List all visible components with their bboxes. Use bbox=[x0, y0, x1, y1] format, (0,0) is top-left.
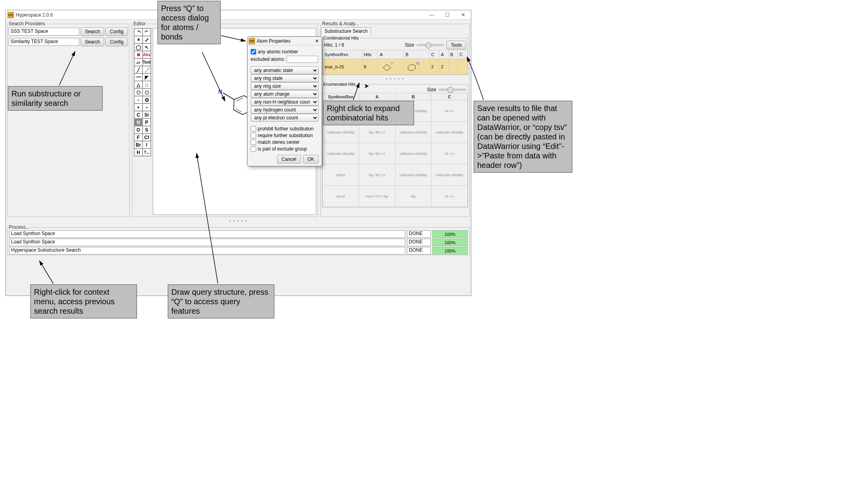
col-a2[interactable]: A bbox=[439, 50, 449, 59]
element-br[interactable]: Br bbox=[134, 141, 142, 149]
enum-size-slider[interactable] bbox=[439, 89, 466, 91]
excluded-atoms-input[interactable] bbox=[287, 56, 318, 63]
tool-ring-3[interactable]: △ bbox=[134, 81, 142, 89]
window-close-button[interactable]: ✕ bbox=[455, 10, 471, 20]
process-row-2[interactable]: Hyperspace Substructure Search DONE 100% bbox=[7, 247, 469, 255]
tool-chain[interactable]: 〰 bbox=[134, 73, 142, 81]
ring-size-select[interactable]: any ring size bbox=[251, 82, 319, 90]
process-row-1[interactable]: Load Synthon Space DONE 100% bbox=[7, 238, 469, 247]
tool-abs[interactable]: Abs bbox=[142, 51, 151, 58]
window-minimize-button[interactable]: — bbox=[424, 10, 439, 20]
tool-clear[interactable]: ✳ bbox=[134, 36, 142, 43]
cell-a-struct: U bbox=[378, 59, 404, 75]
dialog-titlebar[interactable]: HS Atom Properties ✕ bbox=[247, 37, 322, 45]
process-progress-2: 100% bbox=[432, 247, 468, 254]
tool-select[interactable]: ↖ bbox=[142, 43, 151, 51]
tool-redo[interactable] bbox=[142, 28, 151, 36]
col-b2[interactable]: B bbox=[448, 50, 458, 59]
tool-bond-single[interactable]: ╱ bbox=[134, 66, 142, 73]
atom-charge-select[interactable]: any atom charge bbox=[251, 90, 319, 98]
element-si[interactable]: Si bbox=[142, 111, 151, 119]
enum-col-b[interactable]: B bbox=[395, 93, 431, 100]
element-f[interactable]: F bbox=[134, 134, 142, 141]
titlebar[interactable]: HS Hyperspace 2.0.6 — ☐ ✕ bbox=[6, 10, 471, 20]
exclude-group-checkbox[interactable] bbox=[251, 146, 256, 152]
col-c3[interactable]: C bbox=[458, 50, 468, 59]
tool-bond-dashed[interactable]: ⋰ bbox=[142, 66, 151, 73]
prohibit-substitution-checkbox[interactable] bbox=[251, 126, 256, 132]
element-o[interactable]: O bbox=[134, 126, 142, 134]
tool-delete[interactable]: ✖ bbox=[134, 51, 142, 58]
pi-electron-count-select[interactable]: any pi electron count bbox=[251, 114, 319, 122]
enum-row-2[interactable]: unknown chiralityNp / Br / Uunknown chir… bbox=[323, 143, 468, 164]
col-a[interactable]: A bbox=[378, 50, 404, 59]
element-more[interactable]: ?... bbox=[142, 149, 151, 156]
hydrogen-count-select[interactable]: any hydrogen count bbox=[251, 106, 319, 114]
provider-config-button-0[interactable]: Config bbox=[105, 27, 128, 36]
element-n[interactable]: N bbox=[134, 119, 142, 126]
match-stereo-checkbox[interactable] bbox=[251, 139, 256, 145]
dialog-cancel-button[interactable]: Cancel bbox=[277, 155, 300, 164]
tool-ring-6[interactable]: ⬡ bbox=[142, 89, 151, 96]
combo-tools-button[interactable]: Tools bbox=[446, 41, 466, 49]
enum-col-a[interactable]: A bbox=[359, 93, 395, 100]
element-s[interactable]: S bbox=[142, 126, 151, 134]
tool-ring-benzene[interactable]: ⏣ bbox=[142, 96, 151, 104]
tool-charge-plus[interactable]: + bbox=[134, 104, 142, 111]
enum-col-rxn[interactable]: SynthonRxn bbox=[323, 93, 359, 100]
enum-row-3[interactable]: structNp / Br / Uunknown chiralityunknow… bbox=[323, 164, 468, 186]
tool-charge-minus[interactable]: − bbox=[142, 104, 151, 111]
col-b[interactable]: B bbox=[404, 50, 429, 59]
tool-ring-4[interactable]: □ bbox=[142, 81, 151, 89]
provider-search-button-0[interactable]: Search bbox=[81, 27, 104, 36]
splitter-main-process[interactable]: • • • • • bbox=[6, 218, 471, 223]
svg-marker-9 bbox=[383, 64, 391, 71]
any-atomic-number-checkbox[interactable] bbox=[251, 49, 256, 55]
tool-text[interactable]: Text bbox=[142, 58, 151, 66]
callout-press-q: Press “Q” to access dialog for atoms / b… bbox=[157, 1, 221, 44]
tool-erase[interactable]: ▱ bbox=[134, 58, 142, 66]
enum-row-4[interactable]: structH₂N / OH / NpNpN—U bbox=[323, 186, 468, 207]
cell-c2 bbox=[458, 59, 468, 75]
ring-state-select[interactable]: any ring state bbox=[251, 74, 319, 82]
tab-substructure-search[interactable]: Substructure Search bbox=[321, 27, 371, 35]
element-h[interactable]: H bbox=[134, 149, 142, 156]
tool-zoom-fit[interactable]: ⤢ bbox=[142, 36, 151, 43]
require-substitution-checkbox[interactable] bbox=[251, 133, 256, 138]
enum-col-c[interactable]: C bbox=[431, 93, 468, 100]
process-row-0[interactable]: Load Synthon Space DONE 100% bbox=[7, 230, 469, 238]
tool-undo[interactable] bbox=[134, 28, 142, 36]
dialog-ok-button[interactable]: OK bbox=[303, 155, 319, 164]
tool-lasso[interactable]: ◯ bbox=[134, 43, 142, 51]
tool-bond-wedge[interactable]: ◤ bbox=[142, 73, 151, 81]
enumerated-hits-legend: Enumerated Hits bbox=[322, 82, 356, 87]
combinatorial-table[interactable]: SynthonRxn Hits A B C A B C snar_b-25 8 … bbox=[322, 50, 468, 75]
col-hits[interactable]: Hits bbox=[362, 50, 378, 59]
element-c[interactable]: C bbox=[134, 111, 142, 119]
cell-a2: 2 bbox=[439, 59, 449, 75]
callout-draw-query: Draw query structure, press “Q” to acces… bbox=[168, 284, 274, 318]
callout-run-search: Run substructure or similarity search bbox=[8, 86, 103, 111]
editor-legend: Editor bbox=[132, 21, 147, 26]
tool-ring-5[interactable]: ⬠ bbox=[134, 89, 142, 96]
dialog-close-button[interactable]: ✕ bbox=[313, 38, 321, 44]
excluded-atoms-label: excluded atoms: bbox=[251, 56, 285, 62]
combo-size-slider[interactable] bbox=[416, 44, 444, 46]
callout-expand-combo: Right click to expand combinatorial hits bbox=[323, 101, 414, 125]
window-maximize-button[interactable]: ☐ bbox=[439, 10, 455, 20]
col-synthonrxn[interactable]: SynthonRxn bbox=[323, 50, 362, 59]
provider-config-button-1[interactable]: Config bbox=[105, 38, 128, 46]
dialog-title-text: Atom Properties bbox=[257, 38, 291, 44]
app-icon: HS bbox=[7, 12, 14, 18]
atom-properties-dialog[interactable]: HS Atom Properties ✕ any atomic number e… bbox=[247, 36, 322, 166]
element-cl[interactable]: Cl bbox=[142, 134, 151, 141]
combinatorial-row-0[interactable]: snar_b-25 8 U Np 2 2 bbox=[323, 59, 468, 75]
provider-search-button-1[interactable]: Search bbox=[81, 38, 104, 46]
col-c[interactable]: C bbox=[429, 50, 439, 59]
aromatic-state-select[interactable]: any aromatic state bbox=[251, 66, 319, 74]
tool-ring-7[interactable]: ○ bbox=[134, 96, 142, 104]
element-i[interactable]: I bbox=[142, 141, 151, 149]
neighbour-count-select[interactable]: any non-H neighbour count bbox=[251, 98, 319, 106]
splitter-combo-enum[interactable]: • • • • • bbox=[321, 76, 469, 81]
element-p[interactable]: P bbox=[142, 119, 151, 126]
